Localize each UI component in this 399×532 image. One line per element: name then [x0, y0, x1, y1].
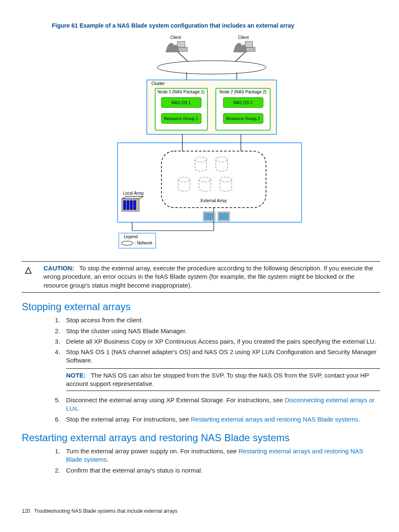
- link-restarting-1[interactable]: Restarting external arrays and restoring…: [191, 416, 358, 423]
- page-number: 120: [22, 508, 30, 514]
- svg-rect-52: [227, 213, 228, 220]
- caution-icon: △: [22, 264, 34, 290]
- svg-rect-51: [224, 213, 226, 220]
- list-item: Disconnect the external array using XP E…: [62, 396, 380, 413]
- svg-rect-1: [177, 41, 185, 47]
- restarting-steps-list: Turn the external array power supply on.…: [52, 447, 380, 475]
- svg-text:Resource Group 1: Resource Group 1: [164, 116, 198, 121]
- note-body: The NAS OS can also be stopped from the …: [66, 372, 369, 387]
- list-item: Stop access from the client.: [62, 316, 380, 324]
- svg-rect-46: [210, 213, 211, 220]
- nas-diagram: Client Client Cluster Node 1 (NAS Packag…: [99, 34, 304, 254]
- list-item: Confirm that the external array's status…: [62, 466, 380, 475]
- svg-text:Node 1 (NAS Package 1): Node 1 (NAS Package 1): [157, 90, 204, 94]
- svg-rect-35: [123, 200, 126, 210]
- footer-title: Troubleshooting NAS Blade systems that i…: [34, 508, 177, 514]
- svg-rect-19: [216, 88, 270, 130]
- caution-body: To stop the external array, execute the …: [43, 265, 373, 289]
- section-heading-stopping: Stopping external arrays: [22, 300, 380, 314]
- svg-rect-47: [212, 213, 214, 220]
- svg-text:Resource Group 2: Resource Group 2: [226, 116, 260, 121]
- svg-rect-4: [245, 41, 253, 47]
- page-footer: 120 Troubleshooting NAS Blade systems th…: [22, 508, 177, 514]
- svg-text:Client: Client: [238, 35, 249, 40]
- svg-text:Cluster: Cluster: [151, 81, 165, 86]
- svg-point-8: [157, 61, 266, 74]
- svg-text:External Array: External Array: [200, 198, 227, 203]
- svg-rect-44: [205, 213, 206, 220]
- figure-title: Figure 61 Example of a NAS Blade system …: [52, 22, 380, 30]
- stopping-steps-list: Stop access from the client. Stop the cl…: [52, 316, 380, 424]
- note-label: NOTE:: [66, 372, 86, 379]
- list-item: Turn the external array power supply on.…: [62, 447, 380, 464]
- svg-text:Node 2 (NAS Package 2): Node 2 (NAS Package 2): [219, 90, 266, 94]
- caution-block: △ CAUTION: To stop the external array, e…: [22, 261, 380, 293]
- svg-text:Client: Client: [170, 35, 181, 40]
- svg-marker-33: [122, 196, 143, 199]
- svg-text:NAS OS 1: NAS OS 1: [171, 100, 191, 105]
- caution-text: CAUTION: To stop the external array, exe…: [43, 264, 380, 290]
- svg-text:NAS OS 2: NAS OS 2: [233, 100, 253, 105]
- svg-text:: Network: : Network: [135, 241, 153, 245]
- svg-rect-5: [246, 47, 255, 51]
- svg-rect-36: [127, 200, 129, 210]
- svg-rect-13: [155, 88, 207, 130]
- note-block: NOTE: The NAS OS can also be stopped fro…: [66, 368, 380, 391]
- svg-rect-45: [207, 213, 209, 220]
- list-item: Stop the cluster using NAS Blade Manager…: [62, 327, 380, 335]
- caution-label: CAUTION:: [43, 265, 74, 272]
- section-heading-restarting: Restarting external arrays and restoring…: [22, 431, 380, 445]
- svg-point-55: [121, 241, 133, 245]
- svg-text:Legend: Legend: [124, 234, 138, 239]
- svg-rect-49: [219, 213, 221, 220]
- svg-rect-50: [222, 213, 223, 220]
- svg-rect-37: [130, 200, 133, 210]
- svg-rect-2: [178, 47, 187, 51]
- list-item: Delete all XP Business Copy or XP Contin…: [62, 337, 380, 346]
- svg-text:Local Array: Local Array: [123, 191, 144, 195]
- list-item: Stop the external array. For instruction…: [62, 415, 380, 424]
- list-item: Stop NAS OS 1 (NAS channel adapter's OS)…: [62, 348, 380, 391]
- svg-rect-38: [133, 200, 136, 210]
